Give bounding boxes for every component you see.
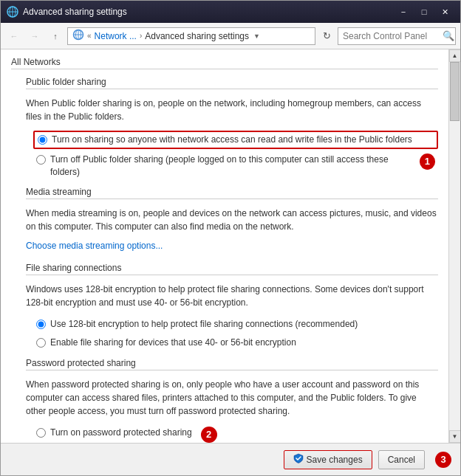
file-sharing-label1[interactable]: Use 128-bit encryption to help protect f… xyxy=(50,318,358,331)
breadcrumb-separator2: › xyxy=(140,32,142,40)
file-sharing-subsection: File sharing connections Windows uses 12… xyxy=(26,263,438,351)
password-sharing-label1[interactable]: Turn on password protected sharing xyxy=(50,427,192,439)
address-bar: ← → ↑ « Network ... › Advanced sharing s… xyxy=(1,23,460,49)
save-changes-button[interactable]: Save changes xyxy=(284,450,372,469)
window-icon xyxy=(7,6,18,18)
public-folder-option1-row: Turn on sharing so anyone with network a… xyxy=(33,131,438,149)
file-sharing-description: Windows uses 128-bit encryption to help … xyxy=(26,283,438,309)
public-folder-subsection: Public folder sharing When Public folder… xyxy=(26,77,438,179)
public-folder-radio-group: Turn on sharing so anyone with network a… xyxy=(33,131,438,179)
forward-button[interactable]: → xyxy=(26,27,44,45)
window-title: Advanced sharing settings xyxy=(23,7,394,17)
media-streaming-description: When media streaming is on, people and d… xyxy=(26,207,438,233)
public-folder-label2[interactable]: Turn off Public folder sharing (people l… xyxy=(50,154,411,179)
network-icon xyxy=(72,29,84,43)
password-option1-row: Turn on password protected sharing 2 xyxy=(33,425,438,443)
search-wrapper: 🔍 xyxy=(338,27,456,45)
main-window: Advanced sharing settings − □ ✕ ← → ↑ « … xyxy=(0,0,461,476)
scroll-thumb[interactable] xyxy=(450,62,460,121)
scroll-track[interactable] xyxy=(449,62,460,430)
password-sharing-radio1[interactable] xyxy=(36,428,46,438)
close-button[interactable]: ✕ xyxy=(435,4,454,19)
badge-3: 3 xyxy=(435,452,451,468)
scroll-up-button[interactable]: ▲ xyxy=(449,49,461,62)
public-folder-title: Public folder sharing xyxy=(26,77,438,89)
all-networks-section: All Networks Public folder sharing When … xyxy=(11,57,438,443)
media-streaming-link[interactable]: Choose media streaming options... xyxy=(26,241,163,251)
password-sharing-subsection: Password protected sharing When password… xyxy=(26,358,438,443)
file-sharing-radio-group: Use 128-bit encryption to help protect f… xyxy=(33,317,438,351)
file-sharing-label2[interactable]: Enable file sharing for devices that use… xyxy=(50,337,296,349)
file-sharing-option1-row: Use 128-bit encryption to help protect f… xyxy=(33,317,438,332)
save-label: Save changes xyxy=(307,455,363,465)
up-button[interactable]: ↑ xyxy=(47,27,64,45)
back-button[interactable]: ← xyxy=(5,27,23,45)
public-folder-label1[interactable]: Turn on sharing so anyone with network a… xyxy=(52,134,412,146)
password-sharing-title: Password protected sharing xyxy=(26,358,438,370)
all-networks-title: All Networks xyxy=(11,57,438,69)
content-wrapper: All Networks Public folder sharing When … xyxy=(1,49,460,443)
main-content: All Networks Public folder sharing When … xyxy=(1,49,448,443)
badge-2: 2 xyxy=(201,427,217,443)
search-button[interactable]: 🔍 xyxy=(443,30,454,41)
footer: Save changes Cancel 3 xyxy=(1,443,460,475)
file-sharing-radio1[interactable] xyxy=(36,320,46,329)
file-sharing-radio2[interactable] xyxy=(36,338,46,348)
file-sharing-title: File sharing connections xyxy=(26,263,438,275)
breadcrumb-dropdown-btn[interactable]: ▼ xyxy=(252,32,262,40)
public-folder-radio1[interactable] xyxy=(38,135,47,145)
password-sharing-radio-group: Turn on password protected sharing 2 Tur… xyxy=(33,425,438,443)
maximize-button[interactable]: □ xyxy=(414,4,434,19)
window-controls: − □ ✕ xyxy=(394,4,454,19)
password-sharing-description: When password protected sharing is on, o… xyxy=(26,378,438,418)
cancel-button[interactable]: Cancel xyxy=(378,450,425,469)
public-folder-radio2[interactable] xyxy=(36,155,46,165)
public-folder-option2-row: Turn off Public folder sharing (people l… xyxy=(33,152,438,180)
public-folder-description: When Public folder sharing is on, people… xyxy=(26,97,438,123)
title-bar: Advanced sharing settings − □ ✕ xyxy=(1,1,460,23)
scrollbar: ▲ ▼ xyxy=(448,49,460,443)
save-shield-icon xyxy=(293,453,304,466)
scroll-down-button[interactable]: ▼ xyxy=(449,430,461,443)
breadcrumb-separator1: « xyxy=(87,32,92,40)
badge-1: 1 xyxy=(420,154,435,170)
media-streaming-subsection: Media streaming When media streaming is … xyxy=(26,187,438,255)
minimize-button[interactable]: − xyxy=(394,4,413,19)
breadcrumb-bar: « Network ... › Advanced sharing setting… xyxy=(67,27,315,45)
refresh-button[interactable]: ↻ xyxy=(318,27,335,45)
breadcrumb-current: Advanced sharing settings xyxy=(145,31,249,41)
breadcrumb-network[interactable]: Network ... xyxy=(95,31,137,41)
file-sharing-option2-row: Enable file sharing for devices that use… xyxy=(33,335,438,351)
media-streaming-title: Media streaming xyxy=(26,187,438,199)
search-input[interactable] xyxy=(338,27,456,45)
